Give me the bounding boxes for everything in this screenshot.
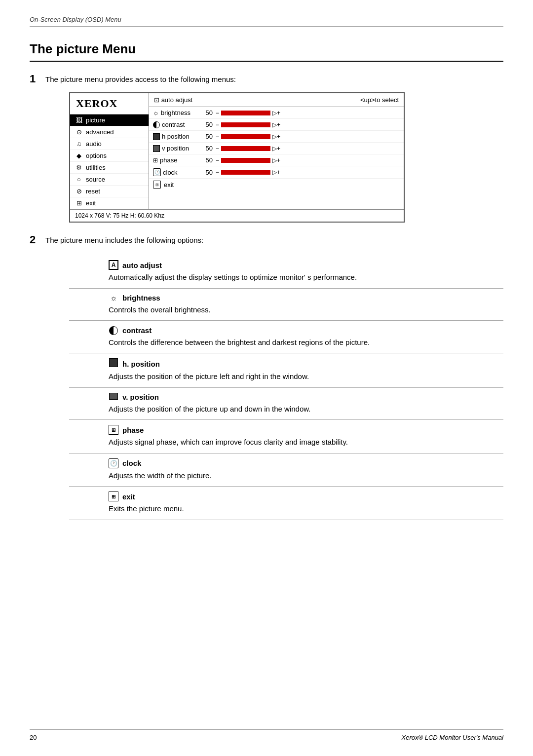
page: On-Screen Display (OSD) Menu The picture…	[0, 0, 533, 756]
hposition-icon	[109, 358, 118, 369]
step1-intro: 1 The picture menu provides access to th…	[30, 74, 503, 84]
option-contrast-header: contrast	[109, 321, 503, 337]
option-contrast-desc: Controls the difference between the brig…	[109, 337, 503, 353]
osd-menu-audio: ♫ audio	[70, 138, 149, 150]
vposition-slider	[221, 146, 270, 151]
option-exit-desc: Exits the picture menu.	[109, 503, 503, 520]
exit-icon: ⊞	[75, 199, 83, 207]
osd-right-header-right: <up>to select	[360, 96, 399, 104]
osd-logo: XEROX	[70, 93, 149, 114]
osd-menu-utilities-label: utilities	[86, 164, 106, 171]
osd-menu-options-label: options	[86, 152, 107, 159]
osd-row-brightness: ☼ brightness 50 − ▷+	[149, 107, 404, 119]
osd-menu-picture: 🖼 picture	[70, 114, 149, 126]
option-brightness: ☼ brightness Controls the overall bright…	[109, 289, 503, 321]
option-brightness-desc: Controls the overall brightness.	[109, 304, 503, 321]
vposition-icon	[109, 393, 118, 402]
clock-icon: 🕐	[109, 458, 118, 468]
osd-menu-source-label: source	[86, 176, 105, 183]
exit-row-label: exit	[164, 181, 174, 189]
osd-row-hposition: h position 50 − ▷+	[149, 131, 404, 143]
osd-menu-audio-label: audio	[86, 140, 102, 148]
option-phase-header: ⊞ phase	[109, 420, 503, 437]
contrast-row-icon	[153, 121, 160, 128]
step2-number: 2	[30, 234, 39, 245]
option-exit: ⊞ exit Exits the picture menu.	[109, 487, 503, 520]
option-contrast: contrast Controls the difference between…	[109, 321, 503, 353]
audio-icon: ♫	[75, 140, 83, 148]
step2-intro: 2 The picture menu includes the followin…	[30, 234, 503, 245]
osd-screenshot: XEROX 🖼 picture ⊙ advanced ♫ audio ◆ opt…	[69, 92, 405, 223]
option-exit-label: exit	[122, 492, 135, 501]
phase-row-icon: ⊞	[153, 157, 158, 164]
picture-icon: 🖼	[75, 116, 83, 124]
brightness-row-label: ☼ brightness	[153, 109, 197, 116]
osd-menu-source: ○ source	[70, 174, 149, 186]
clock-row-icon: 🕐	[153, 168, 161, 176]
auto-adjust-icon: A	[109, 260, 118, 270]
option-auto-adjust: A auto adjust Automatically adjust the d…	[109, 255, 503, 288]
option-hposition: h. position Adjusts the position of the …	[109, 353, 503, 387]
vposition-row-icon	[153, 145, 160, 152]
osd-menu-utilities: ⚙ utilities	[70, 162, 149, 174]
option-clock: 🕐 clock Adjusts the width of the picture…	[109, 454, 503, 487]
advanced-icon: ⊙	[75, 128, 83, 136]
utilities-icon: ⚙	[75, 164, 83, 171]
brightness-row-icon: ☼	[153, 109, 159, 116]
step1-number: 1	[30, 74, 39, 84]
option-phase-label: phase	[122, 426, 144, 434]
contrast-slider	[221, 122, 270, 127]
option-brightness-label: brightness	[122, 294, 160, 302]
page-title: The picture Menu	[30, 41, 503, 57]
page-footer: 20 Xerox® LCD Monitor User's Manual	[30, 729, 503, 741]
hposition-slider	[221, 134, 270, 139]
brightness-icon: ☼	[109, 294, 118, 302]
option-auto-adjust-header: A auto adjust	[109, 255, 503, 272]
option-hposition-label: h. position	[122, 360, 160, 368]
contrast-icon	[109, 326, 118, 335]
option-vposition-header: v. position	[109, 388, 503, 404]
option-clock-desc: Adjusts the width of the picture.	[109, 470, 503, 487]
hposition-row-icon	[153, 133, 160, 140]
option-auto-adjust-label: auto adjust	[122, 261, 162, 269]
osd-right-exit: ⊞ exit	[149, 179, 404, 190]
osd-menu-exit: ⊞ exit	[70, 197, 149, 209]
options-icon: ◆	[75, 152, 83, 159]
rule-exit	[69, 520, 503, 520]
osd-right-header-left: ⊡ auto adjust	[154, 96, 192, 104]
source-icon: ○	[75, 176, 83, 183]
osd-row-contrast: contrast 50 − ▷+	[149, 119, 404, 131]
option-vposition-desc: Adjusts the position of the picture up a…	[109, 404, 503, 420]
footer-manual-title: Xerox® LCD Monitor User's Manual	[402, 734, 503, 741]
osd-row-vposition: v position 50 − ▷+	[149, 143, 404, 154]
osd-right-header: ⊡ auto adjust <up>to select	[149, 93, 404, 107]
osd-menu-advanced: ⊙ advanced	[70, 126, 149, 138]
option-clock-header: 🕐 clock	[109, 454, 503, 470]
brightness-slider	[221, 111, 270, 115]
option-vposition: v. position Adjusts the position of the …	[109, 388, 503, 420]
step2-text: The picture menu includes the following …	[45, 234, 203, 244]
vposition-row-label: v position	[153, 145, 197, 152]
option-exit-header: ⊞ exit	[109, 487, 503, 503]
osd-left-panel: XEROX 🖼 picture ⊙ advanced ♫ audio ◆ opt…	[70, 93, 149, 209]
option-contrast-label: contrast	[122, 326, 152, 335]
option-phase: ⊞ phase Adjusts signal phase, which can …	[109, 420, 503, 453]
osd-menu-exit-label: exit	[86, 199, 96, 207]
phase-slider	[221, 158, 270, 163]
clock-row-label: 🕐 clock	[153, 168, 197, 176]
clock-slider	[221, 170, 270, 175]
option-hposition-desc: Adjusts the position of the picture left…	[109, 371, 503, 387]
options-section: A auto adjust Automatically adjust the d…	[69, 255, 503, 520]
exit-row-icon: ⊞	[153, 181, 161, 189]
hposition-row-label: h position	[153, 133, 197, 140]
title-rule	[30, 61, 503, 62]
option-brightness-header: ☼ brightness	[109, 289, 503, 304]
osd-right-panel: ⊡ auto adjust <up>to select ☼ brightness…	[149, 93, 404, 209]
option-phase-desc: Adjusts signal phase, which can improve …	[109, 437, 503, 453]
osd-menu-reset-label: reset	[86, 188, 100, 195]
reset-icon: ⊘	[75, 188, 83, 195]
footer-page-number: 20	[30, 734, 37, 741]
osd-menu-options: ◆ options	[70, 150, 149, 162]
osd-menu-advanced-label: advanced	[86, 128, 114, 136]
phase-icon: ⊞	[109, 425, 118, 435]
